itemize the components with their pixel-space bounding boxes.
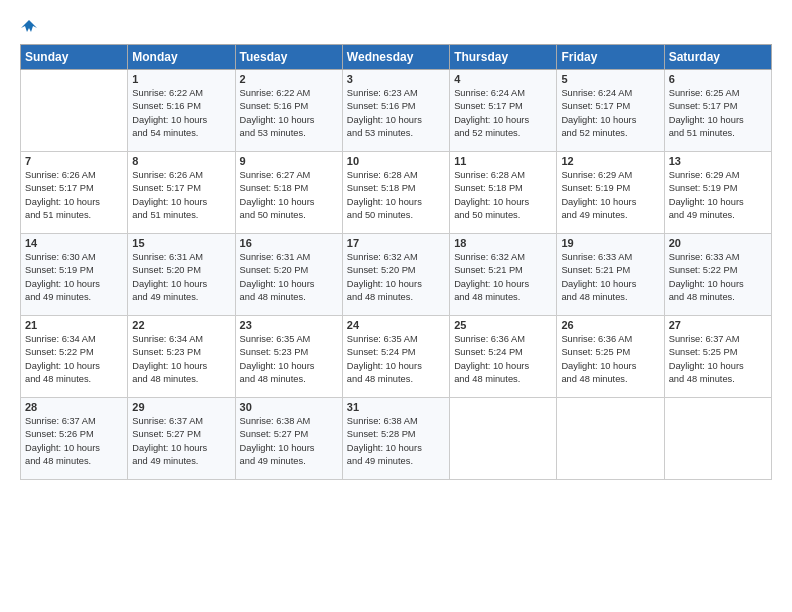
- day-number: 8: [132, 155, 230, 167]
- day-number: 3: [347, 73, 445, 85]
- day-number: 21: [25, 319, 123, 331]
- day-number: 14: [25, 237, 123, 249]
- day-number: 12: [561, 155, 659, 167]
- header-cell-friday: Friday: [557, 45, 664, 70]
- header-cell-wednesday: Wednesday: [342, 45, 449, 70]
- day-number: 1: [132, 73, 230, 85]
- day-cell: 11Sunrise: 6:28 AM Sunset: 5:18 PM Dayli…: [450, 152, 557, 234]
- header-cell-monday: Monday: [128, 45, 235, 70]
- day-info: Sunrise: 6:26 AM Sunset: 5:17 PM Dayligh…: [25, 169, 123, 223]
- calendar-table: SundayMondayTuesdayWednesdayThursdayFrid…: [20, 44, 772, 480]
- day-info: Sunrise: 6:24 AM Sunset: 5:17 PM Dayligh…: [454, 87, 552, 141]
- day-number: 15: [132, 237, 230, 249]
- day-number: 29: [132, 401, 230, 413]
- day-cell: 7Sunrise: 6:26 AM Sunset: 5:17 PM Daylig…: [21, 152, 128, 234]
- day-info: Sunrise: 6:29 AM Sunset: 5:19 PM Dayligh…: [669, 169, 767, 223]
- day-cell: 24Sunrise: 6:35 AM Sunset: 5:24 PM Dayli…: [342, 316, 449, 398]
- header-cell-tuesday: Tuesday: [235, 45, 342, 70]
- day-cell: 28Sunrise: 6:37 AM Sunset: 5:26 PM Dayli…: [21, 398, 128, 480]
- day-number: 24: [347, 319, 445, 331]
- day-cell: 3Sunrise: 6:23 AM Sunset: 5:16 PM Daylig…: [342, 70, 449, 152]
- day-number: 6: [669, 73, 767, 85]
- day-number: 10: [347, 155, 445, 167]
- day-number: 26: [561, 319, 659, 331]
- day-info: Sunrise: 6:29 AM Sunset: 5:19 PM Dayligh…: [561, 169, 659, 223]
- day-info: Sunrise: 6:23 AM Sunset: 5:16 PM Dayligh…: [347, 87, 445, 141]
- week-row-2: 7Sunrise: 6:26 AM Sunset: 5:17 PM Daylig…: [21, 152, 772, 234]
- day-number: 30: [240, 401, 338, 413]
- day-cell: 27Sunrise: 6:37 AM Sunset: 5:25 PM Dayli…: [664, 316, 771, 398]
- day-number: 22: [132, 319, 230, 331]
- day-info: Sunrise: 6:28 AM Sunset: 5:18 PM Dayligh…: [454, 169, 552, 223]
- day-cell: 20Sunrise: 6:33 AM Sunset: 5:22 PM Dayli…: [664, 234, 771, 316]
- day-cell: 23Sunrise: 6:35 AM Sunset: 5:23 PM Dayli…: [235, 316, 342, 398]
- day-info: Sunrise: 6:37 AM Sunset: 5:26 PM Dayligh…: [25, 415, 123, 469]
- day-info: Sunrise: 6:34 AM Sunset: 5:23 PM Dayligh…: [132, 333, 230, 387]
- svg-marker-0: [21, 20, 37, 32]
- day-cell: 10Sunrise: 6:28 AM Sunset: 5:18 PM Dayli…: [342, 152, 449, 234]
- day-number: 20: [669, 237, 767, 249]
- day-cell: 15Sunrise: 6:31 AM Sunset: 5:20 PM Dayli…: [128, 234, 235, 316]
- day-cell: 14Sunrise: 6:30 AM Sunset: 5:19 PM Dayli…: [21, 234, 128, 316]
- day-cell: 4Sunrise: 6:24 AM Sunset: 5:17 PM Daylig…: [450, 70, 557, 152]
- day-number: 17: [347, 237, 445, 249]
- day-number: 7: [25, 155, 123, 167]
- page-header: [20, 18, 772, 34]
- header-row: SundayMondayTuesdayWednesdayThursdayFrid…: [21, 45, 772, 70]
- day-cell: 16Sunrise: 6:31 AM Sunset: 5:20 PM Dayli…: [235, 234, 342, 316]
- day-cell: 17Sunrise: 6:32 AM Sunset: 5:20 PM Dayli…: [342, 234, 449, 316]
- day-info: Sunrise: 6:33 AM Sunset: 5:21 PM Dayligh…: [561, 251, 659, 305]
- day-number: 25: [454, 319, 552, 331]
- day-number: 2: [240, 73, 338, 85]
- day-info: Sunrise: 6:28 AM Sunset: 5:18 PM Dayligh…: [347, 169, 445, 223]
- day-info: Sunrise: 6:36 AM Sunset: 5:25 PM Dayligh…: [561, 333, 659, 387]
- day-info: Sunrise: 6:25 AM Sunset: 5:17 PM Dayligh…: [669, 87, 767, 141]
- day-info: Sunrise: 6:32 AM Sunset: 5:21 PM Dayligh…: [454, 251, 552, 305]
- day-cell: 5Sunrise: 6:24 AM Sunset: 5:17 PM Daylig…: [557, 70, 664, 152]
- day-info: Sunrise: 6:22 AM Sunset: 5:16 PM Dayligh…: [240, 87, 338, 141]
- day-cell: 22Sunrise: 6:34 AM Sunset: 5:23 PM Dayli…: [128, 316, 235, 398]
- day-info: Sunrise: 6:30 AM Sunset: 5:19 PM Dayligh…: [25, 251, 123, 305]
- day-cell: [450, 398, 557, 480]
- day-cell: 9Sunrise: 6:27 AM Sunset: 5:18 PM Daylig…: [235, 152, 342, 234]
- day-number: 31: [347, 401, 445, 413]
- week-row-4: 21Sunrise: 6:34 AM Sunset: 5:22 PM Dayli…: [21, 316, 772, 398]
- day-number: 16: [240, 237, 338, 249]
- header-cell-sunday: Sunday: [21, 45, 128, 70]
- logo-bird-icon: [21, 18, 37, 34]
- day-number: 11: [454, 155, 552, 167]
- day-cell: 6Sunrise: 6:25 AM Sunset: 5:17 PM Daylig…: [664, 70, 771, 152]
- day-info: Sunrise: 6:31 AM Sunset: 5:20 PM Dayligh…: [240, 251, 338, 305]
- day-number: 9: [240, 155, 338, 167]
- day-info: Sunrise: 6:34 AM Sunset: 5:22 PM Dayligh…: [25, 333, 123, 387]
- day-cell: 8Sunrise: 6:26 AM Sunset: 5:17 PM Daylig…: [128, 152, 235, 234]
- day-cell: 1Sunrise: 6:22 AM Sunset: 5:16 PM Daylig…: [128, 70, 235, 152]
- day-info: Sunrise: 6:37 AM Sunset: 5:25 PM Dayligh…: [669, 333, 767, 387]
- day-cell: 21Sunrise: 6:34 AM Sunset: 5:22 PM Dayli…: [21, 316, 128, 398]
- day-cell: 29Sunrise: 6:37 AM Sunset: 5:27 PM Dayli…: [128, 398, 235, 480]
- day-info: Sunrise: 6:27 AM Sunset: 5:18 PM Dayligh…: [240, 169, 338, 223]
- day-cell: 30Sunrise: 6:38 AM Sunset: 5:27 PM Dayli…: [235, 398, 342, 480]
- day-number: 4: [454, 73, 552, 85]
- day-number: 27: [669, 319, 767, 331]
- day-info: Sunrise: 6:37 AM Sunset: 5:27 PM Dayligh…: [132, 415, 230, 469]
- day-cell: 13Sunrise: 6:29 AM Sunset: 5:19 PM Dayli…: [664, 152, 771, 234]
- day-info: Sunrise: 6:38 AM Sunset: 5:28 PM Dayligh…: [347, 415, 445, 469]
- day-number: 13: [669, 155, 767, 167]
- day-cell: 18Sunrise: 6:32 AM Sunset: 5:21 PM Dayli…: [450, 234, 557, 316]
- day-cell: [21, 70, 128, 152]
- day-info: Sunrise: 6:31 AM Sunset: 5:20 PM Dayligh…: [132, 251, 230, 305]
- day-number: 19: [561, 237, 659, 249]
- day-cell: 31Sunrise: 6:38 AM Sunset: 5:28 PM Dayli…: [342, 398, 449, 480]
- day-cell: 25Sunrise: 6:36 AM Sunset: 5:24 PM Dayli…: [450, 316, 557, 398]
- day-info: Sunrise: 6:22 AM Sunset: 5:16 PM Dayligh…: [132, 87, 230, 141]
- day-info: Sunrise: 6:33 AM Sunset: 5:22 PM Dayligh…: [669, 251, 767, 305]
- day-info: Sunrise: 6:35 AM Sunset: 5:23 PM Dayligh…: [240, 333, 338, 387]
- day-cell: [557, 398, 664, 480]
- week-row-1: 1Sunrise: 6:22 AM Sunset: 5:16 PM Daylig…: [21, 70, 772, 152]
- day-number: 28: [25, 401, 123, 413]
- calendar-page: SundayMondayTuesdayWednesdayThursdayFrid…: [0, 0, 792, 612]
- day-info: Sunrise: 6:24 AM Sunset: 5:17 PM Dayligh…: [561, 87, 659, 141]
- day-info: Sunrise: 6:32 AM Sunset: 5:20 PM Dayligh…: [347, 251, 445, 305]
- day-number: 5: [561, 73, 659, 85]
